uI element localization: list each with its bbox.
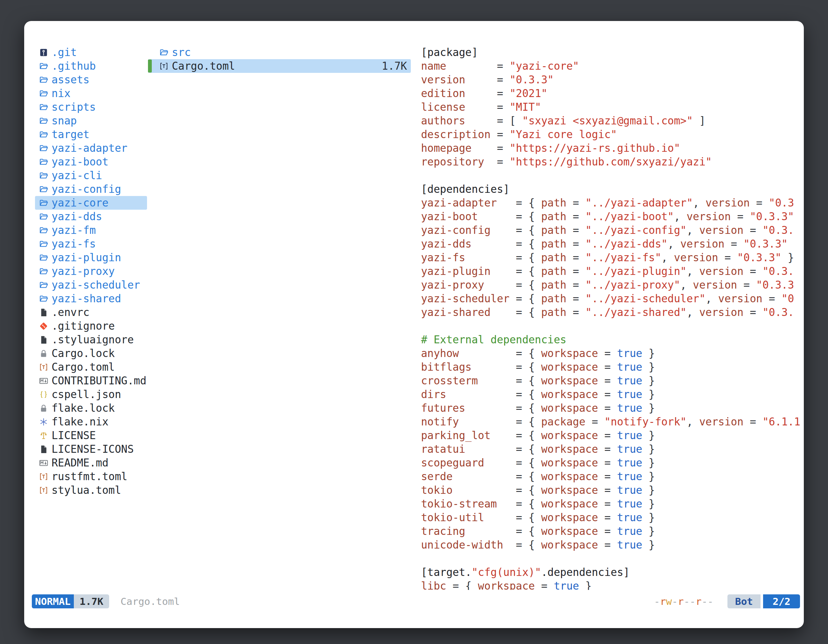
file-row[interactable]: flake.nix: [35, 415, 147, 429]
file-row[interactable]: Cargo.lock: [35, 346, 147, 360]
preview-line: [package]: [421, 45, 803, 59]
file-size: 1.7K: [382, 60, 407, 72]
preview-line: anyhow = { workspace = true }: [421, 346, 803, 360]
markdown-icon: [39, 458, 52, 468]
permissions-text: -rw-r--r--: [654, 595, 714, 607]
preview-line: homepage = "https://yazi-rs.github.io": [421, 141, 803, 155]
file-row[interactable]: src: [148, 45, 411, 59]
preview-line: yazi-adapter = { path = "../yazi-adapter…: [421, 196, 803, 210]
file-icon: [39, 335, 52, 345]
file-row[interactable]: yazi-shared: [35, 292, 147, 306]
preview-line: serde = { workspace = true }: [421, 470, 803, 483]
file-name: .git: [52, 46, 77, 58]
file-row[interactable]: .github: [35, 59, 147, 73]
file-name: scripts: [52, 101, 96, 113]
preview-line: yazi-scheduler = { path = "../yazi-sched…: [421, 292, 803, 306]
file-row[interactable]: yazi-cli: [35, 169, 147, 182]
file-name: yazi-plugin: [52, 251, 121, 264]
lock-icon: [39, 349, 52, 358]
preview-line: yazi-fs = { path = "../yazi-fs", version…: [421, 251, 803, 265]
preview-line: dirs = { workspace = true }: [421, 387, 803, 401]
parent-directory-pane: .git.githubassetsnixscriptssnaptargetyaz…: [35, 45, 147, 497]
preview-line: ratatui = { workspace = true }: [421, 442, 803, 456]
preview-line: repository = "https://github.com/sxyazi/…: [421, 155, 803, 169]
file-row[interactable]: flake.lock: [35, 401, 147, 415]
yazi-file-manager-window: .git.githubassetsnixscriptssnaptargetyaz…: [24, 21, 804, 628]
file-row[interactable]: assets: [35, 73, 147, 86]
file-row[interactable]: LICENSE: [35, 429, 147, 442]
preview-line: unicode-width = { workspace = true }: [421, 538, 803, 552]
file-name: flake.nix: [52, 415, 108, 428]
file-name: yazi-proxy: [52, 265, 115, 277]
toml-icon: [39, 486, 52, 495]
folder-open-icon: [39, 144, 52, 153]
preview-line: libc = { workspace = true }: [421, 579, 803, 590]
folder-open-icon: [39, 171, 52, 180]
file-row[interactable]: nix: [35, 86, 147, 100]
folder-open-icon: [159, 48, 172, 57]
file-row[interactable]: CONTRIBUTING.md: [35, 374, 147, 387]
folder-open-icon: [39, 75, 52, 85]
preview-line: futures = { workspace = true }: [421, 401, 803, 415]
toml-icon: [39, 472, 52, 481]
file-row[interactable]: stylua.toml: [35, 483, 147, 497]
file-row[interactable]: .styluaignore: [35, 333, 147, 346]
preview-line: tokio-stream = { workspace = true }: [421, 497, 803, 511]
status-filename: Cargo.toml: [121, 595, 180, 607]
preview-line: authors = [ "sxyazi <sxyazi@gmail.com>" …: [421, 114, 803, 128]
preview-line: yazi-shared = { path = "../yazi-shared",…: [421, 306, 803, 319]
file-row[interactable]: yazi-config: [35, 182, 147, 196]
file-row[interactable]: target: [35, 128, 147, 141]
file-row[interactable]: yazi-core: [35, 196, 147, 210]
file-name: CONTRIBUTING.md: [52, 374, 146, 387]
preview-line: yazi-boot = { path = "../yazi-boot", ver…: [421, 210, 803, 223]
file-name: Cargo.toml: [52, 361, 115, 373]
file-row[interactable]: README.md: [35, 456, 147, 470]
file-row[interactable]: scripts: [35, 100, 147, 114]
file-row[interactable]: yazi-plugin: [35, 251, 147, 265]
folder-open-icon: [39, 102, 52, 112]
preview-line: tokio = { workspace = true }: [421, 483, 803, 497]
preview-line: [421, 169, 803, 182]
markdown-icon: [39, 376, 52, 385]
json-icon: [39, 390, 52, 399]
preview-line: [target."cfg(unix)".dependencies]: [421, 566, 803, 579]
file-row[interactable]: yazi-fs: [35, 237, 147, 251]
file-row[interactable]: yazi-boot: [35, 155, 147, 169]
status-right: -rw-r--r-- Bot 2/2: [654, 594, 800, 608]
file-row[interactable]: yazi-dds: [35, 210, 147, 223]
file-row[interactable]: yazi-adapter: [35, 141, 147, 155]
preview-line: license = "MIT": [421, 100, 803, 114]
file-name: stylua.toml: [52, 484, 121, 497]
folder-open-icon: [39, 185, 52, 194]
folder-open-icon: [39, 239, 52, 249]
file-row[interactable]: yazi-fm: [35, 223, 147, 237]
file-count-badge: 2/2: [763, 594, 800, 608]
folder-open-icon: [39, 280, 52, 290]
file-row[interactable]: LICENSE-ICONS: [35, 442, 147, 456]
file-row[interactable]: yazi-scheduler: [35, 278, 147, 292]
file-name: yazi-boot: [52, 155, 108, 168]
file-name: README.md: [52, 457, 108, 469]
file-name: snap: [52, 114, 77, 127]
toml-icon: [39, 362, 52, 372]
file-row[interactable]: .gitignore: [35, 319, 147, 333]
desktop-background: .git.githubassetsnixscriptssnaptargetyaz…: [0, 0, 828, 644]
file-row[interactable]: snap: [35, 114, 147, 128]
file-row[interactable]: cspell.json: [35, 387, 147, 401]
preview-line: version = "0.3.3": [421, 73, 803, 86]
file-row[interactable]: .envrc: [35, 306, 147, 319]
file-row[interactable]: rustfmt.toml: [35, 470, 147, 483]
preview-line: edition = "2021": [421, 86, 803, 100]
preview-line: bitflags = { workspace = true }: [421, 360, 803, 374]
file-name: flake.lock: [52, 402, 115, 414]
file-row[interactable]: .git: [35, 45, 147, 59]
file-row[interactable]: Cargo.toml1.7K: [148, 59, 411, 73]
file-icon: [39, 308, 52, 317]
file-name: assets: [52, 74, 89, 86]
file-size-badge: 1.7K: [74, 594, 109, 608]
file-row[interactable]: Cargo.toml: [35, 360, 147, 374]
folder-open-icon: [39, 212, 52, 221]
file-row[interactable]: yazi-proxy: [35, 265, 147, 278]
file-name: yazi-fs: [52, 238, 96, 250]
